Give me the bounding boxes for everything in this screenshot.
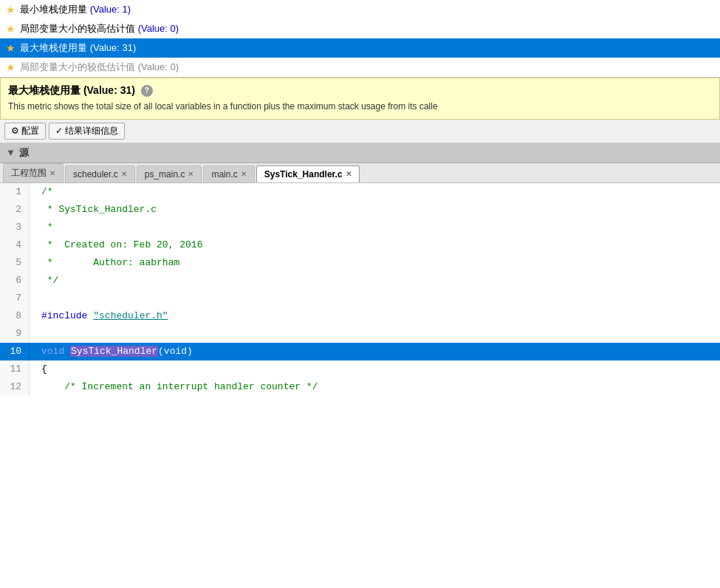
config-label: 配置: [21, 125, 39, 137]
line-num-1: 1: [0, 183, 30, 201]
star-icon-4: ★: [6, 61, 16, 73]
metric-item-2[interactable]: ★ 局部变量大小的较高估计值 (Value: 0): [0, 19, 720, 38]
line-num-10: 10: [0, 343, 30, 360]
tabs-bar: 工程范围 ✕ scheduler.c ✕ ps_main.c ✕ main.c …: [0, 163, 720, 183]
metric-value-3: (Value: 31): [90, 42, 137, 53]
code-line-7: 7: [0, 290, 720, 307]
tab-scheduler-c-label: scheduler.c: [73, 169, 118, 180]
line-num-6: 6: [0, 272, 30, 290]
code-line-10: 10 void SysTick_Handler(void): [0, 343, 720, 360]
code-line-9: 9: [0, 325, 720, 343]
code-editor[interactable]: 1 /* 2 * SysTick_Handler.c 3 * 4 * Creat…: [0, 183, 720, 588]
code-line-12: 12 /* Increment an interrupt handler cou…: [0, 378, 720, 396]
code-content-1: /*: [30, 183, 53, 201]
toolbar: ⚙ 配置 ✓ 结果详细信息: [0, 120, 720, 143]
details-label: 结果详细信息: [65, 125, 118, 137]
star-icon-3: ★: [6, 42, 16, 54]
line-num-8: 8: [0, 307, 30, 325]
source-collapse-icon[interactable]: ▼: [6, 147, 16, 158]
code-content-5: * Author: aabrham: [30, 254, 179, 272]
line-num-4: 4: [0, 236, 30, 254]
tab-systick-handler-c-close[interactable]: ✕: [346, 170, 352, 178]
line-num-9: 9: [0, 325, 30, 343]
line-num-12: 12: [0, 378, 30, 396]
tab-main-c-label: main.c: [211, 169, 237, 180]
code-line-11: 11 {: [0, 360, 720, 378]
info-panel-desc: This metric shows the total size of all …: [8, 100, 712, 113]
tab-scheduler-c-close[interactable]: ✕: [121, 170, 127, 178]
tab-scheduler-c[interactable]: scheduler.c ✕: [65, 165, 135, 182]
code-content-12: /* Increment an interrupt handler counte…: [30, 378, 318, 396]
info-title-text: 最大堆栈使用量 (Value: 31): [8, 84, 135, 96]
code-content-10: void SysTick_Handler(void): [30, 343, 193, 360]
line-num-11: 11: [0, 360, 30, 378]
code-content-8: #include "scheduler.h": [30, 307, 168, 325]
config-icon: ⚙: [11, 126, 19, 136]
metric-label-3: 最大堆栈使用量 (Value: 31): [20, 41, 136, 55]
metric-value-4: (Value: 0): [138, 61, 179, 72]
details-button[interactable]: ✓ 结果详细信息: [49, 123, 125, 140]
metric-item-1[interactable]: ★ 最小堆栈使用量 (Value: 1): [0, 0, 720, 19]
code-content-6: */: [30, 272, 58, 290]
metric-value-2: (Value: 0): [138, 23, 179, 34]
config-button[interactable]: ⚙ 配置: [4, 123, 46, 140]
star-icon-1: ★: [6, 4, 16, 16]
tab-project-scope-close[interactable]: ✕: [49, 169, 55, 177]
code-line-8: 8 #include "scheduler.h": [0, 307, 720, 325]
source-panel-header: ▼ 源: [0, 143, 720, 163]
metric-item-3[interactable]: ★ 最大堆栈使用量 (Value: 31): [0, 38, 720, 58]
tab-main-c-close[interactable]: ✕: [241, 170, 247, 178]
tab-project-scope-label: 工程范围: [11, 167, 47, 180]
line-num-2: 2: [0, 201, 30, 219]
info-panel-title: 最大堆栈使用量 (Value: 31) ?: [8, 84, 712, 98]
tab-main-c[interactable]: main.c ✕: [203, 165, 254, 182]
metric-item-4[interactable]: ★ 局部变量大小的较低估计值 (Value: 0): [0, 58, 720, 77]
tab-systick-handler-c-label: SysTick_Handler.c: [264, 169, 343, 180]
tab-ps-main-c-close[interactable]: ✕: [188, 170, 193, 178]
metric-label-4: 局部变量大小的较低估计值 (Value: 0): [20, 61, 179, 74]
line-num-3: 3: [0, 219, 30, 236]
details-icon: ✓: [55, 126, 63, 136]
code-content-3: *: [30, 219, 53, 236]
tab-systick-handler-c[interactable]: SysTick_Handler.c ✕: [256, 165, 360, 182]
line-num-5: 5: [0, 254, 30, 272]
star-icon-2: ★: [6, 23, 16, 35]
metric-value-1: (Value: 1): [90, 4, 131, 15]
code-content-11: {: [30, 360, 47, 378]
metric-label-2: 局部变量大小的较高估计值 (Value: 0): [20, 22, 179, 35]
code-line-2: 2 * SysTick_Handler.c: [0, 201, 720, 219]
tab-ps-main-c-label: ps_main.c: [145, 169, 185, 180]
code-content-2: * SysTick_Handler.c: [30, 201, 157, 219]
metrics-list: ★ 最小堆栈使用量 (Value: 1) ★ 局部变量大小的较高估计值 (Val…: [0, 0, 720, 78]
info-panel: 最大堆栈使用量 (Value: 31) ? This metric shows …: [0, 78, 720, 120]
tab-ps-main-c[interactable]: ps_main.c ✕: [137, 165, 202, 182]
main-container: ★ 最小堆栈使用量 (Value: 1) ★ 局部变量大小的较高估计值 (Val…: [0, 0, 720, 588]
code-line-4: 4 * Created on: Feb 20, 2016: [0, 236, 720, 254]
source-title: 源: [19, 146, 29, 160]
tab-project-scope[interactable]: 工程范围 ✕: [3, 163, 64, 182]
metric-label-1: 最小堆栈使用量 (Value: 1): [20, 3, 131, 16]
line-num-7: 7: [0, 290, 30, 307]
code-line-6: 6 */: [0, 272, 720, 290]
code-line-3: 3 *: [0, 219, 720, 236]
code-content-4: * Created on: Feb 20, 2016: [30, 236, 202, 254]
code-line-5: 5 * Author: aabrham: [0, 254, 720, 272]
help-icon[interactable]: ?: [141, 85, 153, 97]
code-line-1: 1 /*: [0, 183, 720, 201]
